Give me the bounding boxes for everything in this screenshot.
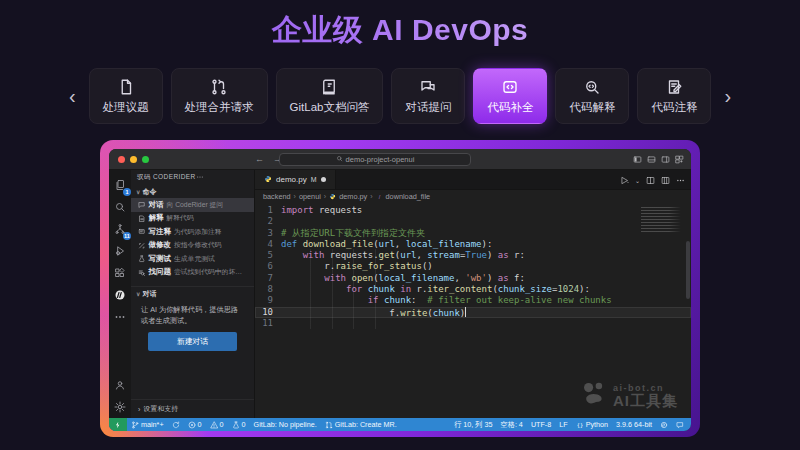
status-item[interactable]: 0 (184, 420, 206, 429)
status-item[interactable] (656, 421, 672, 429)
code-line-3[interactable]: 3# 从指定URL下载文件到指定文件夹 (255, 228, 691, 239)
extensions-icon[interactable] (109, 262, 131, 284)
layout-customize-icon[interactable] (675, 155, 684, 164)
history-back-icon[interactable]: ← (255, 154, 264, 164)
code-line-5[interactable]: 5 with requests.get(url, stream=True) as… (255, 250, 691, 261)
source-control-icon[interactable]: 11 (109, 218, 131, 240)
status-item[interactable]: GitLab: No pipeline. (250, 420, 321, 429)
status-item[interactable]: main*+ (127, 420, 168, 429)
remote-indicator[interactable] (109, 418, 127, 431)
sidebar-command-3[interactable]: 写注释为代码添加注释 (131, 225, 254, 239)
line-number: 2 (255, 216, 281, 227)
status-item[interactable]: 3.9.6 64-bit (612, 420, 656, 429)
feature-tab-5[interactable]: 代码补全 (473, 68, 547, 124)
line-number: 10 (255, 307, 281, 318)
code-line-6[interactable]: 6 r.raise_for_status() (255, 261, 691, 272)
status-text: GitLab: Create MR. (335, 420, 397, 429)
sidebar-command-4[interactable]: 做修改按指令修改代码 (131, 239, 254, 253)
close-window-button[interactable] (118, 156, 125, 163)
panel-bottom-icon[interactable] (647, 155, 656, 164)
feature-tab-7[interactable]: 代码注释 (637, 68, 711, 124)
status-item[interactable]: GitLab: Create MR. (321, 420, 401, 429)
code-line-10[interactable]: 10 f.write(chunk) (255, 307, 691, 318)
maximize-window-button[interactable] (142, 156, 149, 163)
breadcrumb-item[interactable]: download_file (386, 192, 431, 201)
status-item[interactable]: LF (555, 420, 571, 429)
sidebar-command-5[interactable]: 写测试生成单元测试 (131, 252, 254, 266)
sidebar-command-1[interactable]: 对话向 CodeRider 提问 (131, 198, 254, 212)
breadcrumb-item[interactable]: backend (263, 192, 291, 201)
command-name: 写注释 (149, 227, 172, 237)
code-line-11[interactable]: 11 (255, 318, 691, 329)
status-item[interactable]: {}Python (572, 420, 612, 429)
explain-icon (138, 215, 146, 223)
feature-tab-3[interactable]: GitLab文档问答 (276, 68, 384, 124)
code-text: with open(local_filename, 'wb') as f: (281, 273, 525, 284)
status-item[interactable] (672, 421, 688, 429)
breadcrumb-item[interactable]: demo.py (339, 192, 367, 201)
panel-right-icon[interactable] (661, 155, 670, 164)
new-chat-button[interactable]: 新建对话 (148, 332, 237, 351)
more-icon (114, 311, 126, 323)
feature-tab-label: 处理议题 (103, 100, 149, 115)
run-debug-icon[interactable] (109, 240, 131, 262)
code-text: r.raise_for_status() (281, 261, 433, 272)
settings-gear-icon[interactable] (109, 396, 131, 418)
run-icon[interactable] (620, 176, 629, 185)
feature-tab-label: 代码补全 (487, 100, 533, 115)
scrollbar-thumb[interactable] (686, 241, 690, 299)
coderider-logo-icon[interactable] (109, 284, 131, 306)
status-item[interactable]: 空格: 4 (497, 420, 527, 430)
feature-tab-6[interactable]: 代码解释 (555, 68, 629, 124)
code-line-8[interactable]: 8 for chunk in r.iter_content(chunk_size… (255, 284, 691, 295)
status-item[interactable]: 0 (228, 420, 250, 429)
command-name: 解释 (149, 213, 164, 223)
code-line-7[interactable]: 7 with open(local_filename, 'wb') as f: (255, 273, 691, 284)
account-icon (114, 379, 126, 391)
more-views-icon[interactable] (109, 306, 131, 328)
minimize-window-button[interactable] (130, 156, 137, 163)
code-line-4[interactable]: 4def download_file(url, local_filename): (255, 239, 691, 250)
carousel-next-button[interactable]: › (719, 86, 736, 106)
command-center-search[interactable]: demo-project-openui (279, 153, 471, 166)
sidebar-command-2[interactable]: 解释解释代码 (131, 212, 254, 226)
panel-left-icon[interactable] (633, 155, 642, 164)
breadcrumb: backend›openui›demo.py›ƒdownload_file (255, 190, 691, 203)
more-icon[interactable] (676, 176, 685, 185)
account-icon[interactable] (109, 374, 131, 396)
feature-tab-4[interactable]: 对话提问 (391, 68, 465, 124)
breadcrumb-item[interactable]: openui (299, 192, 321, 201)
line-number: 6 (255, 261, 281, 272)
feature-tab-2[interactable]: 处理合并请求 (171, 68, 268, 124)
code-text: f.write(chunk) (281, 307, 466, 318)
status-text: 0 (198, 420, 202, 429)
status-text: UTF-8 (531, 420, 551, 429)
status-text: 3.9.6 64-bit (616, 420, 652, 429)
split-editor-icon[interactable] (646, 176, 655, 185)
status-item[interactable]: 0 (206, 420, 228, 429)
chevron-down-icon[interactable]: ⌄ (635, 177, 640, 184)
tab-demo-py[interactable]: demo.py M (255, 170, 336, 189)
code-line-1[interactable]: 1import requests (255, 205, 691, 216)
feature-tab-1[interactable]: 处理议题 (89, 68, 163, 124)
status-text: GitLab: No pipeline. (254, 420, 317, 429)
status-item[interactable]: 行 10, 列 35 (450, 420, 496, 430)
settings-support-footer[interactable]: › 设置和支持 (131, 399, 254, 418)
more-icon[interactable] (196, 173, 204, 181)
explorer-icon[interactable]: 1 (109, 174, 131, 196)
carousel-prev-button[interactable]: ‹ (64, 86, 81, 106)
more-actions-icon[interactable] (196, 173, 204, 182)
modify-icon (138, 242, 146, 250)
code-text: for chunk in r.iter_content(chunk_size=1… (281, 284, 590, 295)
code-line-2[interactable]: 2 (255, 216, 691, 227)
chevron-right-icon: › (138, 406, 140, 413)
comment-icon (138, 228, 146, 236)
minimap[interactable] (641, 207, 681, 233)
columns-icon[interactable] (661, 176, 670, 185)
status-item[interactable] (168, 421, 184, 429)
search-icon[interactable] (109, 196, 131, 218)
sidebar-command-6[interactable]: 找问题尝试找到代码中的坏… (131, 266, 254, 280)
code-line-9[interactable]: 9 if chunk: # filter out keep-alive new … (255, 295, 691, 306)
debug-icon (114, 245, 126, 257)
status-item[interactable]: UTF-8 (527, 420, 555, 429)
